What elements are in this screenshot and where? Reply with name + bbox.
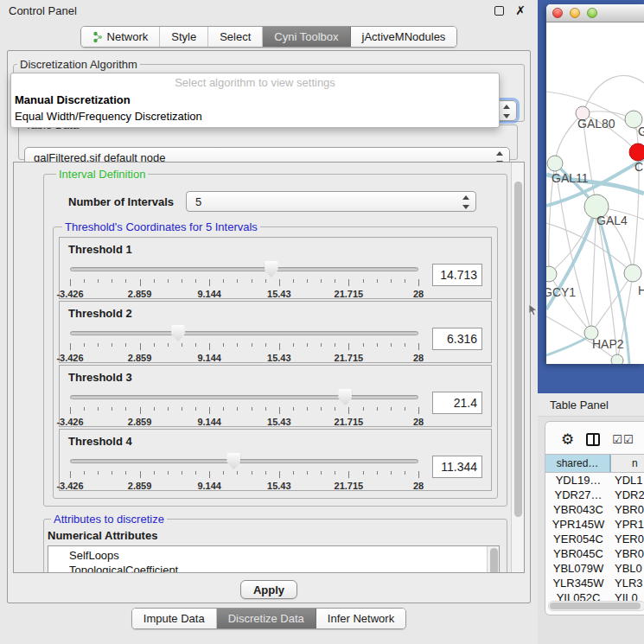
table-row[interactable]: YBL079WYBL0 — [545, 561, 644, 576]
cyni-toolbox-content: Discretization Algorithm Manual Discreti… — [7, 50, 531, 603]
threshold-slider[interactable]: -3.4262.8599.14415.4321.71528 — [70, 388, 418, 430]
window-minimize-button[interactable] — [570, 8, 580, 18]
slider-track[interactable] — [70, 395, 418, 399]
table-row[interactable]: YLR345WYLR3 — [545, 576, 644, 590]
threshold-slider[interactable]: -3.4262.8599.14415.4321.71528 — [70, 260, 418, 302]
thresholds-group: Threshold's Coordinates for 5 Intervals … — [53, 220, 498, 499]
number-of-intervals-label: Number of Intervals — [68, 195, 174, 208]
threshold-label: Threshold 2 — [68, 307, 482, 320]
list-scrollbar[interactable] — [487, 546, 499, 572]
cell-name: YER0 — [611, 532, 644, 545]
right-workspace: GAL80 G C GAL11 GAL4 GCY1 H HAP2 Table P… — [538, 0, 644, 644]
cell-shared-name: YDR27… — [545, 488, 611, 501]
threshold-panel: Threshold 2 -3.4262.8599.14415.4321.7152… — [59, 301, 492, 363]
node-gal11[interactable] — [547, 156, 563, 171]
number-of-intervals-combobox[interactable]: 5 — [186, 191, 476, 212]
algorithm-placeholder-item[interactable]: Select algorithm to view settings — [11, 76, 499, 93]
combo-stepper-icon — [503, 105, 511, 118]
tab-network[interactable]: Network — [81, 27, 161, 47]
tab-label: Style — [171, 30, 196, 43]
window-zoom-button[interactable] — [587, 8, 597, 18]
node-partial-right[interactable] — [624, 265, 641, 282]
combo-stepper-icon — [462, 195, 470, 209]
slider-tick-labels: -3.4262.8599.14415.4321.71528 — [70, 481, 418, 492]
tab-discretize-data[interactable]: Discretize Data — [217, 609, 316, 628]
close-icon[interactable]: ✗ — [515, 4, 526, 16]
interval-definition-group: Interval Definition Number of Intervals … — [43, 168, 507, 507]
network-canvas[interactable]: GAL80 G C GAL11 GAL4 GCY1 H HAP2 — [546, 22, 644, 364]
table-panel-titlebar: Table Panel — [538, 393, 644, 417]
control-panel-titlebar: Control Panel ✗ — [0, 0, 538, 21]
attribute-item[interactable]: TopologicalCoefficient — [69, 563, 499, 572]
tab-impute-data[interactable]: Impute Data — [132, 609, 217, 628]
algorithm-option-manual[interactable]: Manual Discretization — [11, 93, 499, 110]
tab-cyni-toolbox[interactable]: Cyni Toolbox — [263, 27, 350, 47]
float-window-icon[interactable] — [494, 6, 504, 16]
slider-track[interactable] — [70, 331, 418, 335]
numerical-attributes-list[interactable]: SelfLoopsTopologicalCoefficientBetweenne… — [48, 545, 500, 572]
table-row[interactable]: YBR045CYBR0 — [545, 546, 644, 561]
table-row[interactable]: YBR043CYBR0 — [545, 502, 644, 517]
table-row[interactable]: YDL19…YDL1 — [545, 473, 644, 488]
slider-tick-labels: -3.4262.8599.14415.4321.71528 — [70, 289, 418, 300]
apply-button[interactable]: Apply — [240, 580, 297, 599]
attributes-group: Attributes to discretize Numerical Attri… — [43, 513, 507, 572]
table-hscrollbar[interactable] — [548, 601, 644, 611]
app-root: Control Panel ✗ NetworkStyleSelectCyni T… — [0, 0, 644, 644]
cell-shared-name: YBL079W — [545, 562, 611, 575]
table-row[interactable]: YDR27…YDR2 — [545, 488, 644, 502]
cell-shared-name: YER054C — [545, 532, 611, 545]
tab-label: jActiveMNodules — [362, 30, 446, 43]
number-of-intervals-value: 5 — [195, 195, 201, 208]
gear-icon[interactable]: ⚙ — [561, 432, 574, 447]
tab-style[interactable]: Style — [160, 27, 208, 47]
attributes-group-title: Attributes to discretize — [51, 513, 167, 526]
slider-track[interactable] — [70, 459, 418, 463]
slider-ticks — [70, 471, 418, 479]
column-header-name[interactable]: n — [611, 455, 644, 472]
slider-thumb[interactable] — [265, 261, 278, 277]
node-label-gal11: GAL11 — [552, 171, 589, 185]
threshold-slider[interactable]: -3.4262.8599.14415.4321.71528 — [70, 452, 418, 494]
table-row[interactable]: YPR145WYPR1 — [545, 517, 644, 532]
tab-select[interactable]: Select — [208, 27, 263, 47]
tab-infer-network[interactable]: Infer Network — [316, 609, 405, 628]
bottom-tab-bar: Impute DataDiscretize DataInfer Network — [0, 608, 538, 629]
settings-scrollbar[interactable] — [511, 163, 524, 572]
column-header-shared[interactable]: shared… — [545, 455, 611, 472]
node-red-selected[interactable] — [629, 143, 644, 161]
threshold-value-field[interactable]: 14.713 — [432, 264, 482, 286]
slider-thumb[interactable] — [171, 325, 185, 341]
node-partial-bottom[interactable] — [611, 354, 623, 364]
slider-ticks — [70, 343, 418, 351]
node-label-hap2: HAP2 — [592, 337, 624, 351]
columns-icon[interactable] — [586, 433, 600, 446]
slider-track[interactable] — [70, 267, 418, 271]
discretization-algorithm-title: Discretization Algorithm — [17, 58, 140, 71]
threshold-value-field[interactable]: 21.4 — [432, 392, 482, 414]
cell-name: YBR0 — [611, 503, 644, 516]
algorithm-option-equal-width[interactable]: Equal Width/Frequency Discretization — [11, 110, 499, 126]
settings-scrollpane: Interval Definition Number of Intervals … — [13, 162, 525, 573]
slider-thumb[interactable] — [338, 389, 352, 405]
attribute-item[interactable]: SelfLoops — [69, 548, 499, 563]
cell-shared-name: YDL19… — [545, 474, 611, 487]
threshold-value-field[interactable]: 6.316 — [432, 328, 482, 350]
table-row[interactable]: YER054CYER0 — [545, 532, 644, 546]
threshold-value-field[interactable]: 11.344 — [432, 456, 482, 478]
node-label-partial-top: G — [638, 124, 644, 138]
table-header: shared… n — [545, 454, 644, 473]
table-panel-toolbar: ⚙ ☑☑ — [545, 422, 644, 454]
slider-thumb[interactable] — [226, 453, 240, 469]
control-panel: Control Panel ✗ NetworkStyleSelectCyni T… — [0, 0, 538, 644]
threshold-label: Threshold 1 — [68, 243, 482, 256]
table-rows: YDL19…YDL1YDR27…YDR2YBR043CYBR0YPR145WYP… — [545, 473, 644, 605]
tab-jactivemnodules[interactable]: jActiveMNodules — [351, 27, 457, 47]
network-window-titlebar — [546, 4, 644, 22]
node-label-partial-mid: C — [634, 160, 643, 174]
control-panel-title: Control Panel — [9, 4, 77, 17]
cell-name: YBR0 — [611, 547, 644, 560]
window-close-button[interactable] — [552, 8, 563, 18]
threshold-slider[interactable]: -3.4262.8599.14415.4321.71528 — [70, 324, 418, 366]
checkbox-icons[interactable]: ☑☑ — [612, 434, 634, 445]
